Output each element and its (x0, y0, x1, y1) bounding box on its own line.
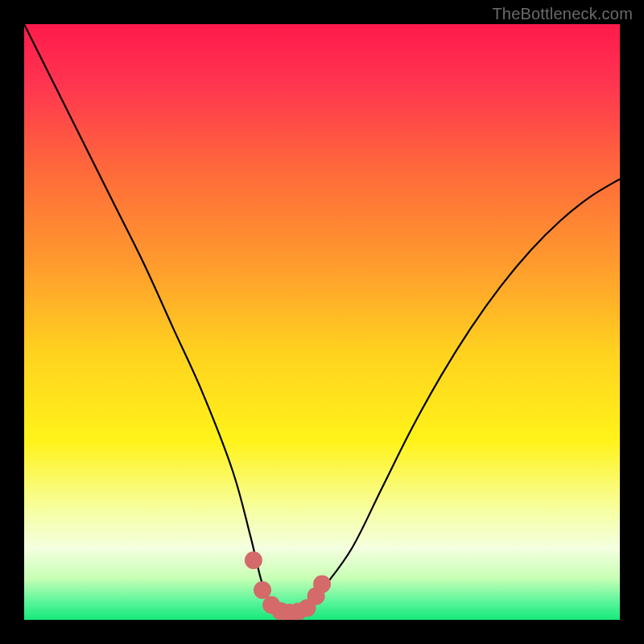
marker-dot (245, 551, 262, 569)
chart-frame: TheBottleneck.com (0, 0, 644, 644)
marker-dot (254, 581, 271, 599)
bottleneck-chart (24, 24, 620, 620)
marker-dot (313, 576, 331, 593)
chart-background (24, 24, 620, 620)
watermark-text: TheBottleneck.com (492, 5, 633, 23)
